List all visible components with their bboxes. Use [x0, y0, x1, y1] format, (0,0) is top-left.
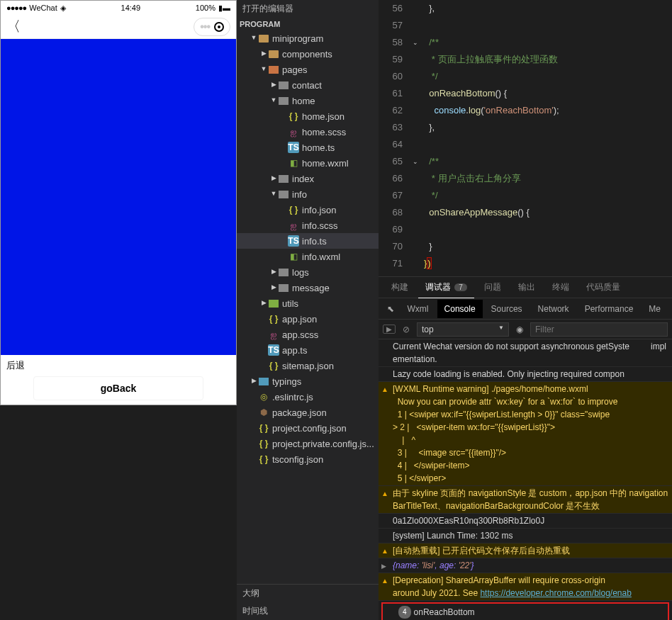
code-body[interactable]: }, /** * 页面上拉触底事件的处理函数 */ onReachBottom(…	[424, 0, 672, 276]
file-sitemap-json[interactable]: { }sitemap.json	[237, 358, 379, 373]
file-package-json[interactable]: ⬢package.json	[237, 405, 379, 420]
folder-utils[interactable]: utils	[237, 295, 379, 311]
editor-area: 56575859606162636465666768697071 ⌄ ⌄ }, …	[379, 0, 672, 620]
log-warning: [自动热重载] 已开启代码文件保存后自动热重载	[379, 543, 672, 558]
folder-typings[interactable]: typings	[237, 373, 379, 389]
file-explorer[interactable]: 打开的编辑器 PROGRAM miniprogram components pa…	[237, 0, 379, 620]
tab-quality[interactable]: 代码质量	[579, 277, 627, 298]
inspect-icon[interactable]: ⬉	[383, 304, 399, 314]
folder-miniprogram[interactable]: miniprogram	[237, 30, 379, 46]
outline-section[interactable]: 大纲	[237, 585, 379, 602]
open-editors-section[interactable]: 打开的编辑器	[237, 0, 379, 18]
devtools-tabs: ⬉ Wxml Console Sources Network Performan…	[379, 298, 672, 320]
file-home-scss[interactable]: ஐhome.scss	[237, 124, 379, 140]
log-line: Current Wechat version do not support as…	[379, 339, 672, 367]
log-line: [system] Launch Time: 1302 ms	[379, 529, 672, 543]
wifi-icon: ◈	[60, 4, 66, 13]
carrier-label: WeChat	[29, 4, 57, 12]
simulator-viewport[interactable]	[1, 39, 236, 355]
tab-build[interactable]: 构建	[384, 277, 415, 298]
battery-label: 100%	[196, 4, 215, 12]
devtab-console[interactable]: Console	[437, 300, 483, 318]
file-home-ts[interactable]: TShome.ts	[237, 140, 379, 155]
simulator-panel: ●●●●● WeChat ◈ 14:49 100% ▮▬ 〈 ••• 后退 go…	[0, 0, 237, 405]
folder-info[interactable]: info	[237, 186, 379, 202]
log-deprecation: [Deprecation] SharedArrayBuffer will req…	[379, 573, 672, 601]
devtab-memory[interactable]: Me	[642, 300, 668, 318]
battery-icon: ▮▬	[218, 4, 230, 13]
console-output[interactable]: Current Wechat version do not support as…	[379, 339, 672, 620]
menu-dots-icon[interactable]: •••	[200, 21, 210, 33]
log-line: 0a1Zlo000XEasR10nq300Rb8Rb1Zlo0J	[379, 514, 672, 529]
footer-text: 后退	[6, 359, 230, 372]
devtab-wxml[interactable]: Wxml	[401, 300, 436, 318]
devtab-sources[interactable]: Sources	[484, 300, 530, 318]
simulator-statusbar: ●●●●● WeChat ◈ 14:49 100% ▮▬	[1, 1, 236, 15]
log-onreachbottom: 4onReachBottom	[384, 605, 666, 619]
fold-icon[interactable]: ⌄	[413, 153, 418, 170]
goback-button[interactable]: goBack	[33, 376, 203, 400]
folder-message[interactable]: message	[237, 280, 379, 295]
tab-output[interactable]: 输出	[511, 277, 542, 298]
devtab-performance[interactable]: Performance	[578, 300, 641, 318]
back-icon[interactable]: 〈	[6, 17, 21, 36]
tab-problems[interactable]: 问题	[477, 277, 508, 298]
folder-logs[interactable]: logs	[237, 264, 379, 280]
tab-terminal[interactable]: 终端	[545, 277, 576, 298]
file-project-private[interactable]: { }project.private.config.js...	[237, 436, 379, 451]
fold-column[interactable]: ⌄ ⌄	[413, 0, 424, 276]
simulator-navbar: 〈 •••	[1, 15, 236, 39]
file-eslintrc[interactable]: ◎.eslintrc.js	[237, 389, 379, 405]
folder-contact[interactable]: contact	[237, 77, 379, 93]
file-info-wxml[interactable]: ◧info.wxml	[237, 249, 379, 264]
console-toolbar: ▶ ⊘ top ◉	[379, 320, 672, 339]
timeline-section[interactable]: 时间线	[237, 602, 379, 620]
file-info-ts[interactable]: TSinfo.ts	[237, 233, 379, 249]
file-info-json[interactable]: { }info.json	[237, 202, 379, 218]
file-app-json[interactable]: { }app.json	[237, 311, 379, 327]
code-editor[interactable]: 56575859606162636465666768697071 ⌄ ⌄ }, …	[379, 0, 672, 276]
capsule-button[interactable]: •••	[194, 18, 230, 36]
signal-dots-icon: ●●●●●	[6, 4, 26, 12]
log-warning: [WXML Runtime warning] ./pages/home/home…	[379, 382, 672, 486]
play-icon[interactable]: ▶	[383, 325, 396, 334]
file-app-scss[interactable]: ஐapp.scss	[237, 327, 379, 342]
devtab-network[interactable]: Network	[531, 300, 576, 318]
file-home-json[interactable]: { }home.json	[237, 108, 379, 124]
file-home-wxml[interactable]: ◧home.wxml	[237, 155, 379, 171]
tab-debugger[interactable]: 调试器 7	[418, 277, 474, 298]
log-object[interactable]: {name: 'lisi', age: '22'}	[379, 558, 672, 573]
clear-console-icon[interactable]: ⊘	[400, 325, 413, 334]
folder-pages[interactable]: pages	[237, 62, 379, 77]
count-badge: 4	[398, 606, 411, 619]
bottom-panel: 构建 调试器 7 问题 输出 终端 代码质量 ⬉ Wxml Console So…	[379, 276, 672, 620]
filter-input[interactable]	[530, 322, 668, 337]
deprecation-link[interactable]: https://developer.chrome.com/blog/enab	[480, 588, 631, 598]
file-project-config[interactable]: { }project.config.json	[237, 420, 379, 436]
file-info-scss[interactable]: ஐinfo.scss	[237, 218, 379, 233]
folder-components[interactable]: components	[237, 46, 379, 62]
debugger-badge: 7	[454, 283, 467, 291]
live-expression-icon[interactable]: ◉	[513, 325, 526, 334]
folder-index[interactable]: index	[237, 171, 379, 186]
program-root[interactable]: PROGRAM	[237, 18, 379, 30]
context-selector[interactable]: top	[417, 322, 509, 337]
close-circle-icon[interactable]	[214, 22, 224, 32]
highlighted-log: 4onReachBottom	[381, 602, 669, 620]
fold-icon[interactable]: ⌄	[413, 34, 418, 51]
log-warning: 由于 skyline 页面的 navigationStyle 是 custom，…	[379, 486, 672, 514]
file-app-ts[interactable]: TSapp.ts	[237, 342, 379, 358]
folder-home[interactable]: home	[237, 93, 379, 108]
file-tsconfig[interactable]: { }tsconfig.json	[237, 451, 379, 467]
panel-tabs: 构建 调试器 7 问题 输出 终端 代码质量	[379, 277, 672, 298]
simulator-footer: 后退 goBack	[1, 355, 236, 405]
log-line: Lazy code loading is enabled. Only injec…	[379, 367, 672, 382]
clock-label: 14:49	[121, 4, 141, 12]
line-gutter: 56575859606162636465666768697071	[379, 0, 413, 276]
